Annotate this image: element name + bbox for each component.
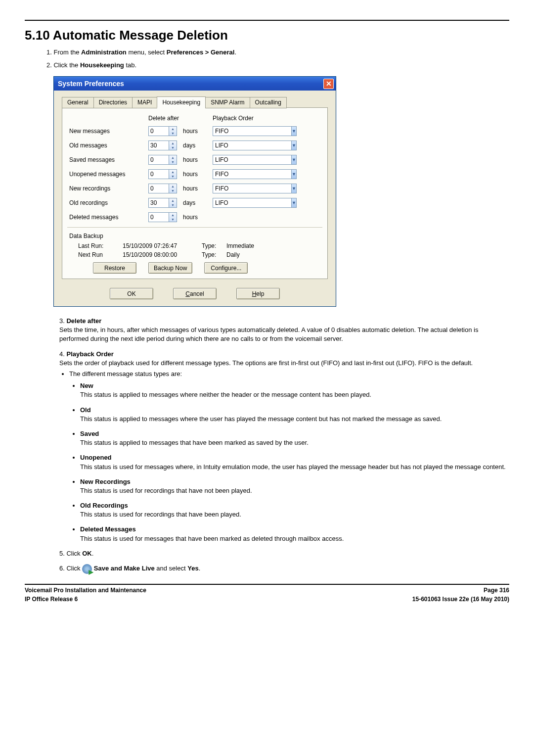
document-page: 5.10 Automatic Message Deletion 1. From … [0, 0, 534, 756]
row-deleted-messages-label: Deleted messages [69, 214, 148, 221]
chevron-down-icon[interactable]: ▼ [292, 198, 297, 208]
dialog-title: System Preferences [58, 80, 124, 88]
dialog-body: General Directories MAPI Housekeeping SN… [54, 91, 336, 306]
deleted-messages-value[interactable]: ▲▼ [148, 212, 177, 222]
chevron-up-icon[interactable]: ▲ [169, 141, 177, 145]
backup-last-run-row: Last Run: 15/10/2009 07:26:47 Type: Imme… [69, 242, 320, 249]
step-6: 6. Click Save and Make Live and select Y… [59, 564, 509, 574]
old-messages-value[interactable]: ▲▼ [148, 141, 177, 150]
footer-right-1: Page 316 [484, 587, 509, 594]
chevron-down-icon[interactable]: ▼ [169, 160, 177, 164]
chevron-down-icon[interactable]: ▼ [292, 141, 297, 150]
chevron-down-icon[interactable]: ▼ [292, 184, 297, 193]
row-unopened-messages-label: Unopened messages [69, 171, 148, 178]
column-playback-order: Playback Order [213, 115, 267, 122]
saved-messages-order[interactable]: ▼ [213, 155, 257, 165]
chevron-down-icon[interactable]: ▼ [169, 145, 177, 150]
chevron-down-icon[interactable]: ▼ [169, 217, 177, 222]
chevron-down-icon[interactable]: ▼ [169, 189, 177, 193]
old-recordings-value[interactable]: ▲▼ [148, 198, 177, 208]
old-recordings-order[interactable]: ▼ [213, 198, 257, 208]
ok-button[interactable]: OK [110, 288, 153, 299]
chevron-down-icon[interactable]: ▼ [169, 174, 177, 179]
old-messages-unit: days [183, 142, 213, 149]
tab-snmp-alarm[interactable]: SNMP Alarm [205, 97, 250, 108]
chevron-up-icon[interactable]: ▲ [169, 184, 177, 189]
status-types-list: The different message status types are: … [69, 370, 509, 543]
save-make-live-icon [82, 564, 92, 574]
row-saved-messages-label: Saved messages [69, 156, 148, 163]
step-5: 5. Click OK. [59, 549, 509, 558]
page-title: 5.10 Automatic Message Deletion [25, 28, 509, 43]
configure-button[interactable]: Configure... [204, 262, 248, 274]
row-new-messages-label: New messages [69, 128, 148, 135]
unopened-messages-value[interactable]: ▲▼ [148, 169, 177, 179]
saved-messages-value[interactable]: ▲▼ [148, 155, 177, 165]
chevron-up-icon[interactable]: ▲ [169, 198, 177, 203]
type-old: OldThis status is applied to messages wh… [80, 406, 509, 424]
new-recordings-unit: hours [183, 185, 213, 192]
dialog-footer-buttons: OK CCancelancel HHelpelp [62, 288, 328, 299]
footer-left-1: Voicemail Pro Installation and Maintenan… [25, 587, 146, 594]
tab-housekeeping[interactable]: Housekeeping [157, 96, 206, 108]
chevron-down-icon[interactable]: ▼ [169, 203, 177, 207]
chevron-down-icon[interactable]: ▼ [292, 155, 297, 165]
new-messages-unit: hours [183, 128, 213, 135]
backup-now-button[interactable]: Backup Now [148, 262, 192, 274]
housekeeping-panel: Delete after Playback Order New messages… [62, 107, 328, 279]
top-rule [25, 20, 509, 21]
chevron-up-icon[interactable]: ▲ [169, 155, 177, 160]
step-1: 1. From the Administration menu, select … [46, 48, 509, 57]
new-recordings-order[interactable]: ▼ [213, 184, 257, 193]
close-icon[interactable]: ✕ [323, 79, 334, 89]
old-recordings-unit: days [183, 199, 213, 206]
old-messages-order[interactable]: ▼ [213, 141, 257, 150]
saved-messages-unit: hours [183, 156, 213, 163]
unopened-messages-order[interactable]: ▼ [213, 169, 257, 179]
deleted-messages-unit: hours [183, 214, 213, 221]
item-playback-order: 4. Playback Order Sets the order of play… [59, 350, 509, 543]
steps-list: 1. From the Administration menu, select … [46, 48, 509, 69]
footer-right-2: 15-601063 Issue 22e (16 May 2010) [412, 596, 509, 603]
row-new-recordings-label: New recordings [69, 185, 148, 192]
chevron-down-icon[interactable]: ▼ [292, 169, 297, 179]
housekeeping-table: Delete after Playback Order New messages… [69, 115, 320, 222]
chevron-up-icon[interactable]: ▲ [169, 213, 177, 217]
step-2: 2. Click the Housekeeping tab. [46, 61, 509, 70]
type-saved: SavedThis status is applied to messages … [80, 429, 509, 447]
chevron-down-icon[interactable]: ▼ [169, 131, 177, 136]
footer-rule [25, 584, 509, 585]
item-delete-after: 3. Delete after Sets the time, in hours,… [59, 317, 509, 344]
new-messages-order[interactable]: ▼ [213, 126, 257, 136]
row-old-recordings-label: Old recordings [69, 199, 148, 206]
cancel-button[interactable]: CCancelancel [173, 288, 217, 299]
spinner-buttons[interactable]: ▲▼ [169, 126, 177, 136]
type-deleted-messages: Deleted MessagesThis status is used for … [80, 525, 509, 543]
new-messages-value[interactable]: ▲▼ [148, 126, 177, 136]
restore-button[interactable]: Restore [93, 262, 136, 274]
type-new: NewThis status is applied to messages wh… [80, 381, 509, 399]
type-new-recordings: New RecordingsThis status is used for re… [80, 477, 509, 495]
chevron-down-icon[interactable]: ▼ [292, 126, 297, 136]
new-recordings-value[interactable]: ▲▼ [148, 184, 177, 193]
row-old-messages-label: Old messages [69, 142, 148, 149]
help-button[interactable]: HHelpelp [236, 288, 280, 299]
panel-divider [67, 227, 322, 228]
tab-directories[interactable]: Directories [93, 97, 133, 108]
unopened-messages-unit: hours [183, 171, 213, 178]
footer-left-2: IP Office Release 6 [25, 596, 78, 603]
chevron-up-icon[interactable]: ▲ [169, 170, 177, 174]
dialog-titlebar[interactable]: System Preferences ✕ [54, 77, 336, 91]
page-footer-2: IP Office Release 6 15-601063 Issue 22e … [25, 596, 509, 603]
system-preferences-dialog: System Preferences ✕ General Directories… [53, 76, 336, 307]
data-backup-heading: Data Backup [69, 233, 320, 239]
tab-mapi[interactable]: MAPI [132, 97, 157, 108]
new-messages-input[interactable] [148, 126, 169, 136]
backup-buttons: Restore Backup Now Configure... [69, 262, 320, 274]
chevron-up-icon[interactable]: ▲ [169, 127, 177, 131]
tab-outcalling[interactable]: Outcalling [250, 97, 287, 108]
type-unopened: UnopenedThis status is used for messages… [80, 453, 509, 471]
backup-next-run-row: Next Run 15/10/2009 08:00:00 Type: Daily [69, 251, 320, 258]
tab-general[interactable]: General [62, 97, 94, 108]
column-delete-after: Delete after [148, 115, 183, 122]
